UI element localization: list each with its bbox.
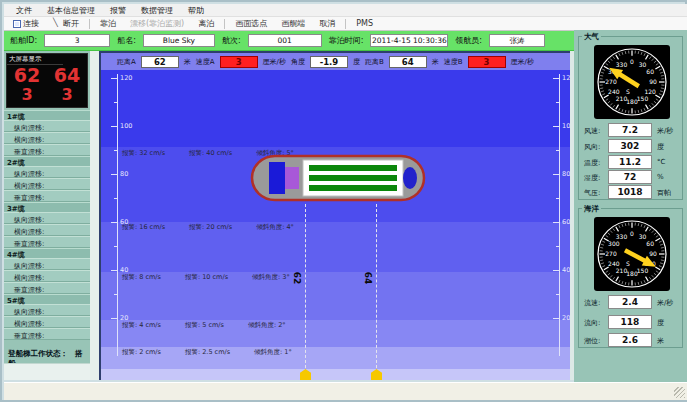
- alarm-speed-a: 报警: 8 cm/s: [122, 273, 161, 282]
- cable-section-title-2: 2#缆: [4, 156, 90, 166]
- distance-label-a: 62: [292, 272, 302, 285]
- measure-value-3: 64: [389, 56, 427, 68]
- right-panel: 大气 0306090120150180210240270300330S 风速:7…: [574, 30, 687, 382]
- toolbar-button-0[interactable]: 连接: [9, 16, 43, 31]
- ship-deck-stripe-1: [309, 165, 397, 171]
- left-splitter[interactable]: [90, 51, 99, 380]
- ocean-field-label-2: 潮位:: [584, 336, 600, 346]
- menu-item-1[interactable]: 基本信息管理: [47, 5, 95, 16]
- cable-4-drift-row-2[interactable]: 垂直漂移:: [4, 282, 90, 294]
- distance-label-b: 64: [363, 272, 373, 285]
- cable-2-drift-row-1[interactable]: 横向漂移:: [4, 178, 90, 190]
- ruler-minor-tick: [556, 150, 559, 151]
- toolbar-button-5[interactable]: 离泊: [194, 16, 218, 31]
- ocean-field-unit-2: 米: [657, 336, 664, 346]
- distance-line-a: [305, 204, 306, 368]
- menu-item-2[interactable]: 报警: [110, 5, 126, 16]
- alarm-tilt-angle: 倾斜角度: 1°: [254, 348, 292, 357]
- alarm-value-1: 3: [220, 56, 258, 68]
- ship-info-bar: 船舶ID:3船名:Blue Sky航次:001靠泊时间:2011-4-15 10…: [4, 31, 574, 51]
- ruler-major-tick: [111, 270, 117, 271]
- info-field-4[interactable]: 张涛: [489, 34, 545, 47]
- cable-1-drift-row-1[interactable]: 横向漂移:: [4, 132, 90, 144]
- ruler-major-tick: [111, 318, 117, 319]
- ruler-major-tick: [111, 78, 117, 79]
- svg-text:30: 30: [639, 233, 647, 240]
- ocean-field-label-0: 流速:: [584, 298, 600, 308]
- cable-3-drift-row-1[interactable]: 横向漂移:: [4, 224, 90, 236]
- measure-unit-4: 厘米/秒: [511, 57, 534, 67]
- weather-field-unit-1: 度: [657, 142, 664, 152]
- cable-2-drift-row-2[interactable]: 垂直漂移:: [4, 190, 90, 202]
- status-bar: [4, 382, 687, 400]
- cable-5-drift-row-1[interactable]: 横向漂移:: [4, 316, 90, 328]
- svg-text:180: 180: [626, 270, 638, 277]
- ruler-label-100: 100: [120, 122, 132, 130]
- menu-item-4[interactable]: 帮助: [188, 5, 204, 16]
- cable-5-drift-row-2[interactable]: 垂直漂移:: [4, 328, 90, 340]
- menu-item-0[interactable]: 文件: [16, 5, 32, 16]
- info-field-2[interactable]: 001: [248, 34, 322, 47]
- ocean-field-row-2: 潮位:2.6米: [579, 333, 682, 347]
- ship-deck-stripe-3: [309, 185, 397, 191]
- ruler-label-100: 100: [562, 122, 570, 130]
- alarm-speed-b: 报警: 20 cm/s: [189, 223, 232, 232]
- svg-text:150: 150: [637, 267, 649, 274]
- current-gauge-dial: 0306090120150180210240270300330S: [594, 217, 670, 291]
- alarm-speed-a: 报警: 4 cm/s: [122, 321, 161, 330]
- toolbar-button-label: 连接: [23, 18, 39, 29]
- info-field-0[interactable]: 3: [44, 34, 110, 47]
- measure-label-0: 距离A: [117, 57, 136, 67]
- cable-1-drift-row-2[interactable]: 垂直漂移:: [4, 144, 90, 156]
- weather-field-value-3: 72: [608, 170, 652, 184]
- ruler-major-tick: [111, 174, 117, 175]
- wind-gauge-dial: 0306090120150180210240270300330S: [594, 45, 670, 119]
- current-direction-gauge: 0306090120150180210240270300330S: [594, 217, 670, 295]
- measure-unit-1: 厘米/秒: [263, 57, 286, 67]
- ruler-major-tick: [553, 78, 559, 79]
- alarm-tilt-angle: 倾斜角度: 2°: [248, 321, 286, 330]
- cable-3-drift-row-2[interactable]: 垂直漂移:: [4, 236, 90, 248]
- svg-text:240: 240: [608, 88, 620, 95]
- svg-text:120: 120: [644, 88, 656, 95]
- info-label-2: 航次:: [222, 35, 241, 46]
- ruler-major-tick: [553, 174, 559, 175]
- menu-item-3[interactable]: 数据管理: [141, 5, 173, 16]
- svg-text:270: 270: [605, 78, 617, 85]
- ocean-groupbox: 海洋 0306090120150180210240270300330S 流速:2…: [578, 208, 683, 348]
- info-field-1[interactable]: Blue Sky: [143, 34, 215, 47]
- display-distance-row: 62 64: [7, 65, 87, 86]
- toolbar-button-7[interactable]: 画面选点: [231, 16, 271, 31]
- toolbar-button-8[interactable]: 画艉端: [277, 16, 309, 31]
- toolbar-button-9[interactable]: 取消: [315, 16, 339, 31]
- weather-field-label-2: 温度:: [584, 158, 600, 168]
- svg-text:0: 0: [630, 230, 634, 237]
- gangway-status-label: 登船梯工作状态：: [8, 349, 68, 358]
- toolbar-button-3[interactable]: 靠泊: [96, 16, 120, 31]
- toolbar-button-1[interactable]: 断开: [49, 16, 83, 31]
- info-field-3[interactable]: 2011-4-15 10:30:36: [370, 34, 448, 47]
- alarm-speed-a: 报警: 32 cm/s: [122, 149, 165, 158]
- ruler-label-60: 60: [562, 218, 570, 226]
- weather-groupbox: 大气 0306090120150180210240270300330S 风速:7…: [578, 36, 683, 200]
- ocean-field-row-1: 流向:118度: [579, 315, 682, 329]
- toolbar-button-label: 离泊: [198, 18, 214, 29]
- weather-field-row-4: 气压:1018百帕: [579, 185, 682, 199]
- ruler-major-tick: [553, 126, 559, 127]
- svg-text:150: 150: [637, 95, 649, 102]
- display-speed-a: 3: [21, 86, 32, 103]
- ocean-field-unit-1: 度: [657, 318, 664, 328]
- sea-band-1: [101, 72, 570, 147]
- cable-4-drift-row-1[interactable]: 横向漂移:: [4, 270, 90, 282]
- resize-grip-icon[interactable]: [674, 387, 685, 398]
- alarm-line-1: 报警: 16 cm/s报警: 20 cm/s倾斜角度: 4°: [122, 223, 294, 232]
- weather-field-unit-3: %: [657, 173, 664, 181]
- ruler-label-40: 40: [562, 266, 570, 274]
- toolbar-button-11[interactable]: PMS: [352, 17, 377, 30]
- measure-value-2: -1.9: [310, 56, 348, 68]
- ocean-field-value-1: 118: [608, 315, 652, 329]
- ship-bridge-block: [269, 162, 285, 194]
- ruler-label-120: 120: [562, 74, 570, 82]
- left-panel: 大屏幕显示 62 64 3 3 1#缆纵向漂移:横向漂移:垂直漂移:2#缆纵向漂…: [4, 51, 90, 380]
- wind-direction-gauge: 0306090120150180210240270300330S: [594, 45, 670, 123]
